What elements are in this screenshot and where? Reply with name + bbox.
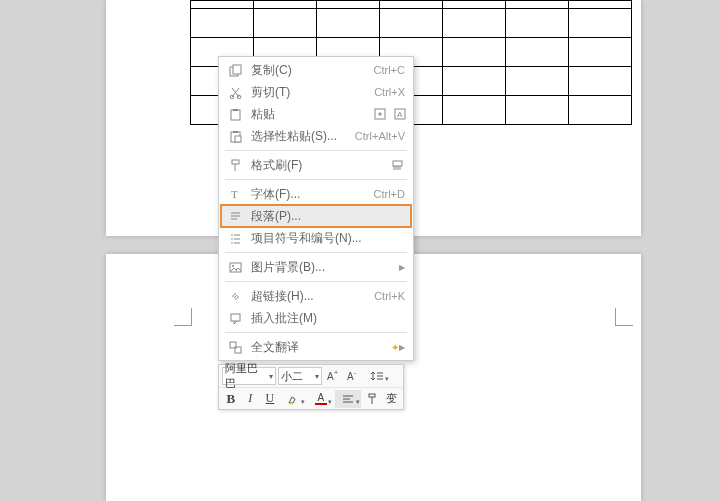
menu-label: 项目符号和编号(N)... [251,230,405,247]
svg-text:A: A [347,371,354,382]
menu-font[interactable]: T 字体(F)... Ctrl+D [221,183,411,205]
menu-full-translate[interactable]: 全文翻译 ✦ ▶ [221,336,411,358]
paste-icon [227,106,243,122]
font-size-select[interactable]: 小二▾ [278,367,322,385]
svg-text:-: - [354,369,357,376]
link-icon [227,288,243,304]
menu-separator [225,332,407,333]
image-icon [227,259,243,275]
menu-shortcut: Ctrl+Alt+V [355,130,405,142]
line-spacing-button[interactable]: ▾ [364,367,390,385]
svg-rect-1 [233,65,241,74]
svg-point-19 [232,265,234,267]
bold-button[interactable]: B [222,390,240,408]
menu-shortcut: Ctrl+C [374,64,405,76]
svg-rect-20 [231,314,240,321]
menu-bullets-numbering[interactable]: 项目符号和编号(N)... [221,227,411,249]
svg-text:T: T [231,188,238,200]
menu-label: 选择性粘贴(S)... [251,128,355,145]
menu-paste[interactable]: 粘贴 A [221,103,411,125]
menu-insert-comment[interactable]: 插入批注(M) [221,307,411,329]
menu-paste-special[interactable]: 选择性粘贴(S)... Ctrl+Alt+V [221,125,411,147]
menu-shortcut: Ctrl+K [374,290,405,302]
underline-button[interactable]: U [261,390,279,408]
chevron-right-icon: ▶ [399,263,405,272]
menu-label: 全文翻译 [251,339,391,356]
list-icon [227,230,243,246]
svg-rect-5 [233,109,238,111]
svg-rect-4 [231,110,240,120]
translate-icon [227,339,243,355]
format-painter-button[interactable] [363,390,381,408]
mini-format-toolbar: 阿里巴巴▾ 小二▾ A+ A- ▾ B I U ▾ A ▾ ▾ [218,364,404,410]
svg-text:A: A [397,110,403,119]
menu-separator [225,252,407,253]
crop-mark [615,308,633,326]
menu-label: 段落(P)... [251,208,405,225]
svg-text:+: + [334,369,338,376]
crop-mark [174,308,192,326]
phonetic-guide-button[interactable]: 变 [382,390,400,408]
menu-separator [225,150,407,151]
cut-icon [227,84,243,100]
menu-label: 剪切(T) [251,84,374,101]
paragraph-icon [227,208,243,224]
svg-rect-13 [393,161,402,166]
menu-label: 图片背景(B)... [251,259,399,276]
menu-hyperlink[interactable]: 超链接(H)... Ctrl+K [221,285,411,307]
increase-font-button[interactable]: A+ [324,367,342,385]
comment-icon [227,310,243,326]
svg-point-17 [231,242,233,244]
font-name-value: 阿里巴巴 [225,361,267,391]
svg-rect-12 [232,160,239,164]
svg-point-16 [231,238,233,240]
italic-button[interactable]: I [242,390,260,408]
copy-icon [227,62,243,78]
decrease-font-button[interactable]: A- [344,367,362,385]
font-icon: T [227,186,243,202]
menu-format-painter[interactable]: 格式刷(F) [221,154,411,176]
align-button[interactable]: ▾ [335,390,360,408]
font-color-button[interactable]: A ▾ [308,390,333,408]
highlight-button[interactable]: ▾ [281,390,306,408]
menu-cut[interactable]: 剪切(T) Ctrl+X [221,81,411,103]
format-painter-brush-icon [389,157,405,173]
menu-label: 超链接(H)... [251,288,374,305]
menu-label: 格式刷(F) [251,157,389,174]
menu-label: 字体(F)... [251,186,374,203]
paste-keep-format-icon[interactable]: A [393,107,407,121]
font-size-value: 小二 [281,369,303,384]
svg-point-15 [231,234,233,236]
menu-separator [225,179,407,180]
format-painter-icon [227,157,243,173]
paste-special-icon [227,128,243,144]
svg-rect-10 [233,131,238,133]
menu-copy[interactable]: 复制(C) Ctrl+C [221,59,411,81]
menu-image-background[interactable]: 图片背景(B)... ▶ [221,256,411,278]
svg-rect-11 [235,136,241,142]
paste-text-only-icon[interactable] [373,107,387,121]
context-menu: 复制(C) Ctrl+C 剪切(T) Ctrl+X 粘贴 A 选择性粘贴(S).… [218,56,414,361]
svg-text:A: A [327,371,334,382]
menu-label: 复制(C) [251,62,374,79]
svg-rect-27 [369,394,375,397]
font-name-select[interactable]: 阿里巴巴▾ [222,367,276,385]
menu-separator [225,281,407,282]
menu-shortcut: Ctrl+D [374,188,405,200]
menu-label: 插入批注(M) [251,310,405,327]
menu-paragraph[interactable]: 段落(P)... [221,205,411,227]
chevron-right-icon: ▶ [399,343,405,352]
menu-shortcut: Ctrl+X [374,86,405,98]
